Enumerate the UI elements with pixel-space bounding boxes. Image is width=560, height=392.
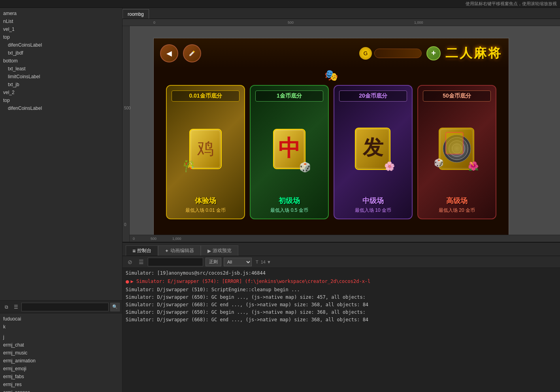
room-card-4-min: 最低入场 20 金币 xyxy=(439,207,475,214)
canvas-content: ◀ xyxy=(130,26,560,235)
rooms-area: 0.01金币底分 xyxy=(154,82,509,222)
bottom-tabs: ≡ 控制台 ✦ 动画编辑器 ▶ 游戏预览 xyxy=(123,243,560,256)
dice-decoration-2: 🎲 xyxy=(299,162,311,173)
game-preview-window: ◀ xyxy=(153,38,509,239)
search-button[interactable]: 🔍 xyxy=(110,303,120,311)
console-tab-icon: ≡ xyxy=(132,248,136,254)
room-card-1-min: 最低入场 0.01 金币 xyxy=(185,207,226,214)
top-bar-hint: 使用鼠标右键平移视窗焦点，使用滚轮缩放放视 xyxy=(466,1,557,7)
tab-game-preview[interactable]: ▶ 游戏预览 xyxy=(201,245,238,256)
room-card-2-image: 中 🎲 xyxy=(255,102,323,196)
room-card-3-name: 中级场 xyxy=(362,196,384,205)
sidebar-item-txtleast[interactable]: txt_least xyxy=(0,65,122,73)
sidebar-toolbar: ⧉ ☰ 🔍 xyxy=(0,300,122,313)
console-line-4: Simulator: D/jswrapper (650): GC begin .… xyxy=(126,294,557,301)
svg-text:发: 发 xyxy=(362,136,383,159)
sidebar-bottom-tree: fuduocai k j ermj_chat ermj_music ermj_a… xyxy=(0,313,122,392)
sidebar-item-bottom[interactable]: bottom xyxy=(0,57,122,65)
filter-button[interactable]: ☰ xyxy=(137,258,145,266)
log-level-select[interactable]: All Error Warning Info xyxy=(224,258,252,266)
edit-button[interactable] xyxy=(183,44,201,62)
copy-button[interactable]: ⧉ xyxy=(2,303,10,311)
clear-console-button[interactable]: ⊘ xyxy=(126,258,134,266)
decoration-icon: 🎭 xyxy=(324,69,338,82)
top-bar: 使用鼠标右键平移视窗焦点，使用滚轮缩放放视 xyxy=(0,0,560,8)
console-line-7: Simulator: D/jswrapper (668): GC end ...… xyxy=(126,316,557,324)
console-line-1: Simulator: [19]anonymous@src/cocos2d-jsb… xyxy=(126,270,557,277)
sidebar-item-nlist[interactable]: nList xyxy=(0,17,122,25)
svg-text:鸡: 鸡 xyxy=(197,139,214,158)
coin-icon: G xyxy=(359,47,372,60)
left-sidebar: amera nList vel_1 top difenCoinsLabel tx… xyxy=(0,8,123,392)
search-input[interactable] xyxy=(21,303,109,311)
decoration-area: 🎭 xyxy=(154,69,509,82)
coin-bar xyxy=(374,49,422,58)
room-card-3-image: 发 🌸 xyxy=(339,102,407,196)
sidebar-item-ermj-res[interactable]: ermj_res xyxy=(0,381,122,388)
sidebar-item-j[interactable]: j xyxy=(0,333,122,341)
console-output[interactable]: Simulator: [19]anonymous@src/cocos2d-jsb… xyxy=(123,268,560,392)
console-tab-label: 控制台 xyxy=(137,247,151,254)
sidebar-item-ermj-music[interactable]: ermj_music xyxy=(0,349,122,357)
sidebar-item-limitcoins[interactable]: limitCoinsLabel xyxy=(0,73,122,81)
sidebar-item-ermj-scenes[interactable]: ermj_scenes xyxy=(0,388,122,392)
add-coins-button[interactable]: + xyxy=(426,46,441,60)
tile-container-4: 🌺 🎲 xyxy=(437,126,477,172)
sidebar-item-ermj-emoji[interactable]: ermj_emoji xyxy=(0,365,122,373)
tile-container-1: 鸡 🎋 xyxy=(188,127,223,171)
sidebar-item-camera[interactable]: amera xyxy=(0,9,122,17)
game-header: ◀ xyxy=(154,38,509,68)
room-card-1-name: 体验场 xyxy=(195,196,216,205)
sidebar-item-txtjb[interactable]: txt_jb xyxy=(0,81,122,89)
coord-0: 0 xyxy=(124,222,126,227)
tile-container-3: 发 🌸 xyxy=(353,126,393,172)
preview-tab-label: 游戏预览 xyxy=(213,247,232,254)
menu-button[interactable]: ☰ xyxy=(12,303,20,311)
sidebar-item-ermj-fabs[interactable]: ermj_fabs xyxy=(0,373,122,381)
ruler-left xyxy=(123,26,130,242)
sidebar-item-top2[interactable]: top xyxy=(0,96,122,104)
sidebar-item-vel1[interactable]: vel_1 xyxy=(0,25,122,33)
tile-container-2: 中 🎲 xyxy=(272,127,307,171)
ruler-tick-500: 500 xyxy=(288,21,294,24)
ruler-bottom-1000: 1,000 xyxy=(172,237,181,241)
font-size-display: 14 ▼ xyxy=(261,260,271,264)
canvas-viewport[interactable]: 0 500 1,000 500 0 ◀ xyxy=(123,19,560,242)
tab-animation-editor[interactable]: ✦ 动画编辑器 xyxy=(158,245,201,256)
console-search-input[interactable] xyxy=(148,258,203,266)
ruler-top: 0 500 1,000 xyxy=(123,19,560,26)
svg-text:中: 中 xyxy=(278,136,300,160)
animation-tab-label: 动画编辑器 xyxy=(170,247,194,254)
room-card-2-name: 初级场 xyxy=(279,196,300,205)
console-toolbar: ⊘ ☰ 正则 All Error Warning Info T 14 ▼ xyxy=(123,256,560,268)
sidebar-item-difencoins1[interactable]: difenCoinsLabel xyxy=(0,41,122,49)
sidebar-item-vel2[interactable]: vel_2 xyxy=(0,89,122,96)
room-card-4-image: 🌺 🎲 xyxy=(423,102,491,196)
room-card-2[interactable]: 1金币底分 xyxy=(250,85,329,219)
room-card-4[interactable]: 50金币底分 xyxy=(417,85,496,219)
coin-display: G xyxy=(359,47,422,60)
tab-console[interactable]: ≡ 控制台 xyxy=(126,245,158,256)
preview-tab-icon: ▶ xyxy=(207,248,211,254)
sidebar-item-ermj-chat[interactable]: ermj_chat xyxy=(0,341,122,349)
room-card-2-title: 1金币底分 xyxy=(255,90,323,102)
room-card-1[interactable]: 0.01金币底分 xyxy=(166,85,245,219)
ruler-bottom-500: 500 xyxy=(151,237,156,241)
canvas-tab-roombg[interactable]: roombg xyxy=(123,9,149,19)
sidebar-item-difencoins2[interactable]: difenCoinsLabel xyxy=(0,104,122,112)
sidebar-item-fuduocai[interactable]: fuduocai xyxy=(0,315,122,323)
sidebar-item-k[interactable]: k xyxy=(0,323,122,331)
ruler-tick-1000: 1,000 xyxy=(414,21,423,24)
sidebar-item-ermj-animation[interactable]: ermj_animation xyxy=(0,357,122,365)
sidebar-item-txtjbdf[interactable]: txt_jbdf xyxy=(0,49,122,57)
back-button[interactable]: ◀ xyxy=(160,44,178,62)
animation-tab-icon: ✦ xyxy=(165,248,169,254)
canvas-area: roombg 0 500 1,000 500 0 xyxy=(123,8,560,242)
room-card-3[interactable]: 20金币底分 xyxy=(334,85,413,219)
regex-button[interactable]: 正则 xyxy=(206,258,221,266)
header-center xyxy=(183,44,354,62)
room-card-1-title: 0.01金币底分 xyxy=(172,90,239,102)
sidebar-item-top1[interactable]: top xyxy=(0,33,122,41)
room-card-4-title: 50金币底分 xyxy=(423,90,491,102)
main-layout: amera nList vel_1 top difenCoinsLabel tx… xyxy=(0,8,560,392)
